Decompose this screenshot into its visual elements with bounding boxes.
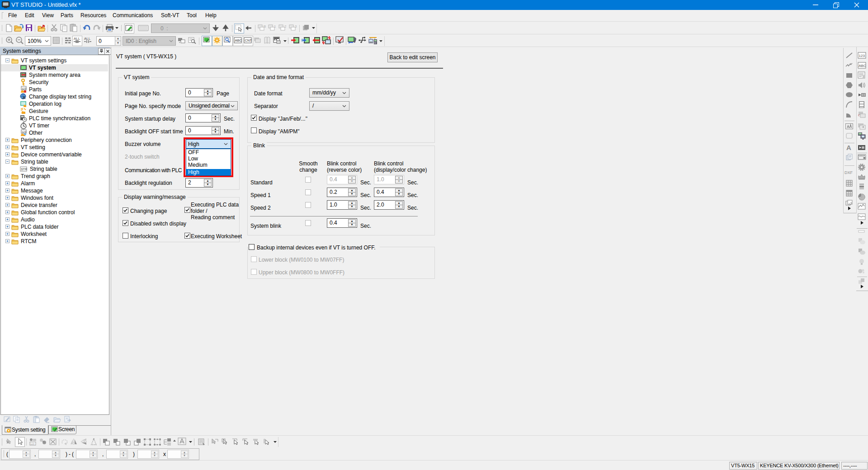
svg-text:3: 3 bbox=[295, 24, 297, 28]
svg-text:123: 123 bbox=[859, 54, 865, 58]
svg-text:ABC: ABC bbox=[859, 64, 866, 68]
svg-text:STR: STR bbox=[21, 168, 27, 171]
svg-text:CNT: CNT bbox=[245, 38, 252, 42]
svg-text:ABC: ABC bbox=[235, 38, 242, 42]
svg-text:A: A bbox=[23, 95, 26, 100]
svg-text:A: A bbox=[846, 144, 851, 151]
svg-text:1: 1 bbox=[274, 24, 276, 28]
svg-text:B: B bbox=[264, 24, 266, 28]
svg-text:2: 2 bbox=[284, 24, 287, 28]
svg-text:ALL: ALL bbox=[74, 37, 80, 41]
svg-text:ALL: ALL bbox=[84, 37, 91, 41]
svg-text:123: 123 bbox=[30, 442, 34, 445]
svg-text:123: 123 bbox=[22, 131, 27, 133]
svg-text:123: 123 bbox=[22, 87, 27, 90]
svg-text:DXF: DXF bbox=[844, 170, 853, 175]
